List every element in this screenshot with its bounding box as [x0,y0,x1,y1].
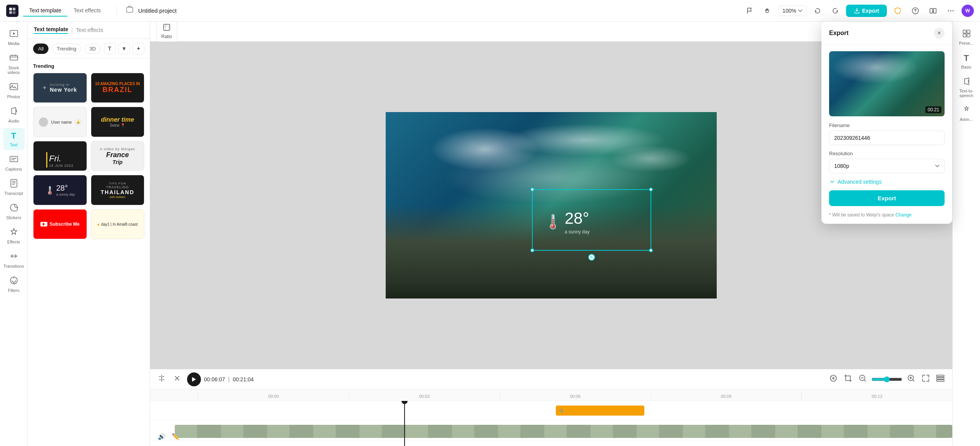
filename-input[interactable] [829,131,945,145]
sidebar-item-photos[interactable]: Photos [3,79,25,102]
ruler-marks: 00:00 00:03 00:06 00:09 00:12 [198,392,952,399]
panel-tab-text-effects[interactable]: Text effects [76,27,103,33]
flag-button[interactable] [743,4,757,18]
handle-top-left[interactable] [530,188,534,191]
right-panel-presets[interactable]: Prese... [956,26,977,49]
template-username[interactable]: User name 🔔 [33,107,87,137]
ruler-mark-0: 00:00 [198,392,349,399]
ai-edit-button[interactable] [828,372,839,386]
template-arriving[interactable]: ✈ Arriving in New York [33,73,87,103]
avatar[interactable]: W [962,5,974,17]
advanced-settings-toggle[interactable]: Advanced settings [821,179,952,190]
filter-trending[interactable]: Trending [52,44,81,54]
help-button[interactable] [908,4,922,18]
edit-track-toggle[interactable]: ✏️ [170,431,181,442]
ruler-mark-12: 00:12 [801,392,952,399]
timeline-ruler: 00:00 00:03 00:06 00:09 00:12 [150,389,952,401]
audio-track-toggle[interactable]: 🔊 [156,431,167,442]
sidebar-item-transitions[interactable]: Transitions [3,249,25,272]
text-icon: T [11,131,16,141]
photos-label: Photos [7,94,20,99]
tab-text-effects[interactable]: Text effects [67,5,107,17]
project-name[interactable]: Untitled project [138,7,177,14]
template-subscribe[interactable]: Subscribe Me [33,209,87,239]
delete-button[interactable] [172,373,182,386]
filter-3d[interactable]: 3D [84,44,101,54]
media-icon [10,29,18,40]
zoom-in-button[interactable] [905,372,917,386]
zoom-slider[interactable] [871,376,902,382]
filter-dropdown[interactable]: ▼ [119,43,130,54]
modal-close-button[interactable]: × [934,28,945,39]
template-list: Trending ✈ Arriving in New York 10 [28,59,150,446]
tab-text-template[interactable]: Text template [23,5,67,17]
sidebar-item-effects[interactable]: Effects [3,225,25,247]
panels-button[interactable] [926,4,940,18]
svg-rect-17 [11,179,17,187]
zoom-control[interactable]: 100% [778,6,807,16]
template-brazil[interactable]: 10 AMAZING PLACES IN BRAZIL [91,73,145,103]
template-panel: Text template | Text effects All Trendin… [28,22,150,446]
fullscreen-button[interactable] [920,372,932,386]
template-dinner[interactable]: dinner time Seine 📍 [91,107,145,137]
svg-rect-4 [127,7,133,12]
text-track-content: 📎 [175,401,952,420]
sidebar-item-stickers[interactable]: Stickers [3,200,25,223]
sidebar-item-captions[interactable]: Captions [3,152,25,174]
modal-export-button[interactable]: Export [829,190,945,206]
video-track-content [175,422,952,441]
svg-rect-23 [937,377,944,379]
playhead[interactable] [404,401,405,446]
right-panel-basic[interactable]: T Basic [956,50,977,72]
rotate-handle[interactable]: ↻ [588,254,595,261]
text-track-element[interactable]: 📎 [556,406,644,416]
template-france[interactable]: A video by Morgan France Trip [91,141,145,171]
text-track-row: 📎 [150,401,952,420]
modal-title: Export [829,30,849,37]
audio-icon [10,107,18,117]
handle-bottom-left[interactable] [530,248,534,252]
filter-t[interactable]: T [104,43,115,54]
sidebar-item-audio[interactable]: Audio [3,104,25,126]
modal-header: Export × [821,22,952,45]
sidebar-item-text[interactable]: T Text [3,128,25,150]
zoom-out-button[interactable] [857,372,868,386]
sidebar-item-media[interactable]: Media [3,26,25,49]
video-canvas[interactable]: ↻ 🌡️ 28° a sunny day [386,112,717,298]
app-logo[interactable] [6,5,18,17]
video-film-strip [175,425,952,438]
crop-button[interactable] [842,372,854,386]
shield-button[interactable] [891,4,905,18]
filter-magic[interactable]: ✦ [133,43,144,54]
template-friday[interactable]: Fri. 15 JUN 2022 [33,141,87,171]
sidebar-item-transcript[interactable]: Transcript [3,176,25,199]
ratio-button[interactable]: Ratio [156,22,177,42]
redo-button[interactable] [828,4,842,18]
right-panel-anim[interactable]: Anim... [956,102,977,125]
sidebar-item-stock[interactable]: Stock videos [3,50,25,78]
more-button[interactable] [944,4,958,18]
hand-button[interactable] [761,4,774,18]
split-button[interactable] [156,373,167,386]
effects-label: Effects [7,240,20,244]
filter-all[interactable]: All [33,44,48,54]
video-track[interactable] [175,425,952,438]
handle-top-right[interactable] [649,188,653,191]
weather-icon: 🌡️ [544,214,562,230]
footer-change-link[interactable]: Change [895,212,911,218]
photos-icon [10,82,18,93]
panel-tab-text-template[interactable]: Text template [34,26,68,34]
export-button[interactable]: Export [846,5,887,17]
resolution-select[interactable]: 360p 480p 720p 1080p 2K 4K [829,159,945,173]
ruler-mark-3: 00:03 [349,392,500,399]
template-thailand[interactable]: TIPS FOR TRAVELING THAILAND with Aditam [91,175,145,205]
handle-bottom-right[interactable] [649,248,653,252]
sidebar-item-filters[interactable]: Filters [3,273,25,296]
play-button[interactable] [187,372,201,386]
template-amalfi[interactable]: ● day1 | In Amalfi coast [91,209,145,239]
template-weather[interactable]: 🌡️ 28° a sunny day [33,175,87,205]
undo-button[interactable] [811,4,824,18]
right-panel-tts[interactable]: Text-to-speech [956,74,977,101]
selection-box[interactable]: ↻ 🌡️ 28° a sunny day [532,189,651,251]
settings-button[interactable] [935,372,946,386]
